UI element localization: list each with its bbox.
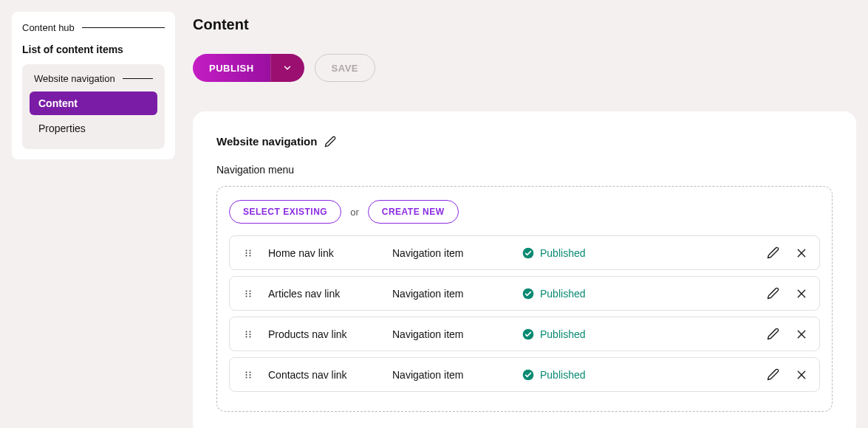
item-status: Published (522, 369, 767, 381)
linked-items-zone: SELECT EXISTING or CREATE NEW Home nav l… (216, 186, 833, 412)
svg-point-13 (246, 295, 247, 297)
select-existing-button[interactable]: SELECT EXISTING (229, 200, 341, 224)
sidebar-group: Website navigation Content Properties (22, 64, 165, 149)
check-circle-icon (522, 369, 534, 381)
item-status: Published (522, 247, 767, 259)
save-button[interactable]: SAVE (315, 54, 375, 82)
selector-row: SELECT EXISTING or CREATE NEW (229, 200, 820, 224)
item-status: Published (522, 288, 767, 300)
breadcrumb-label: Content hub (22, 22, 75, 33)
item-status-label: Published (540, 328, 586, 340)
drag-handle-icon[interactable] (242, 330, 255, 339)
svg-point-4 (246, 255, 247, 256)
svg-point-32 (250, 376, 251, 378)
svg-point-10 (250, 290, 251, 291)
item-type: Navigation item (392, 328, 522, 340)
create-new-button[interactable]: CREATE NEW (368, 200, 459, 224)
svg-point-5 (250, 255, 251, 256)
drag-handle-icon[interactable] (242, 370, 255, 379)
svg-point-14 (250, 295, 251, 297)
check-circle-icon (522, 247, 534, 259)
drag-handle-icon[interactable] (242, 289, 255, 298)
item-status: Published (522, 328, 767, 340)
content-card: Website navigation Navigation menu SELEC… (193, 111, 856, 428)
svg-point-0 (246, 249, 247, 251)
svg-point-27 (246, 371, 247, 373)
item-actions (767, 287, 807, 300)
publish-more-button[interactable] (270, 54, 304, 82)
or-label: or (350, 207, 359, 218)
svg-point-18 (246, 331, 247, 332)
pencil-icon (767, 368, 779, 381)
svg-point-11 (246, 293, 247, 294)
item-actions (767, 246, 807, 259)
sidebar-group-label: Website navigation (34, 73, 115, 84)
list-item: Contacts nav link Navigation item Publis… (229, 357, 820, 392)
chevron-down-icon (282, 63, 293, 73)
pencil-icon (324, 136, 336, 148)
item-status-label: Published (540, 247, 586, 259)
sidebar-item-label: Properties (38, 122, 86, 134)
svg-point-20 (246, 334, 247, 335)
sidebar: Content hub List of content items Websit… (12, 12, 175, 159)
action-bar: PUBLISH SAVE (193, 54, 856, 82)
close-icon (796, 288, 807, 300)
close-icon (796, 328, 807, 340)
sidebar-list-header: List of content items (22, 44, 165, 55)
card-header: Website navigation (216, 135, 833, 148)
breadcrumb: Content hub (22, 22, 165, 33)
item-name: Products nav link (268, 328, 392, 340)
sidebar-item-properties[interactable]: Properties (30, 117, 157, 140)
edit-item-button[interactable] (767, 287, 779, 300)
item-actions (767, 368, 807, 381)
svg-point-22 (246, 336, 247, 337)
divider (82, 27, 165, 28)
svg-point-19 (250, 331, 251, 332)
pencil-icon (767, 328, 779, 340)
item-status-label: Published (540, 288, 586, 300)
list-item: Products nav link Navigation item Publis… (229, 317, 820, 351)
drag-handle-icon[interactable] (242, 249, 255, 258)
sidebar-item-label: Content (38, 97, 78, 109)
svg-point-9 (246, 290, 247, 291)
publish-button[interactable]: PUBLISH (193, 54, 270, 82)
remove-item-button[interactable] (796, 246, 807, 259)
remove-item-button[interactable] (796, 368, 807, 381)
item-name: Contacts nav link (268, 369, 392, 381)
page-title: Content (193, 16, 856, 33)
publish-button-group: PUBLISH (193, 54, 304, 82)
svg-point-29 (246, 374, 247, 376)
edit-title-button[interactable] (324, 136, 336, 148)
close-icon (796, 247, 807, 259)
edit-item-button[interactable] (767, 368, 779, 381)
svg-point-21 (250, 334, 251, 335)
item-type: Navigation item (392, 247, 522, 259)
sidebar-item-content[interactable]: Content (30, 92, 157, 115)
list-item: Home nav link Navigation item Published (229, 235, 820, 270)
field-label: Navigation menu (216, 164, 833, 176)
svg-point-1 (250, 249, 251, 251)
item-type: Navigation item (392, 369, 522, 381)
edit-item-button[interactable] (767, 246, 779, 259)
remove-item-button[interactable] (796, 328, 807, 340)
svg-point-28 (250, 371, 251, 373)
svg-point-30 (250, 374, 251, 376)
remove-item-button[interactable] (796, 287, 807, 300)
check-circle-icon (522, 288, 534, 300)
main: Content PUBLISH SAVE Website navigation (193, 12, 856, 416)
svg-point-12 (250, 293, 251, 294)
items-list: Home nav link Navigation item Published (229, 235, 820, 392)
edit-item-button[interactable] (767, 328, 779, 340)
svg-point-23 (250, 336, 251, 337)
item-name: Home nav link (268, 247, 392, 259)
item-status-label: Published (540, 369, 586, 381)
check-circle-icon (522, 328, 534, 340)
svg-point-2 (246, 252, 247, 254)
svg-point-31 (246, 376, 247, 378)
item-name: Articles nav link (268, 288, 392, 300)
close-icon (796, 369, 807, 381)
item-type: Navigation item (392, 288, 522, 300)
card-title: Website navigation (216, 135, 317, 148)
pencil-icon (767, 287, 779, 300)
divider (123, 78, 153, 79)
